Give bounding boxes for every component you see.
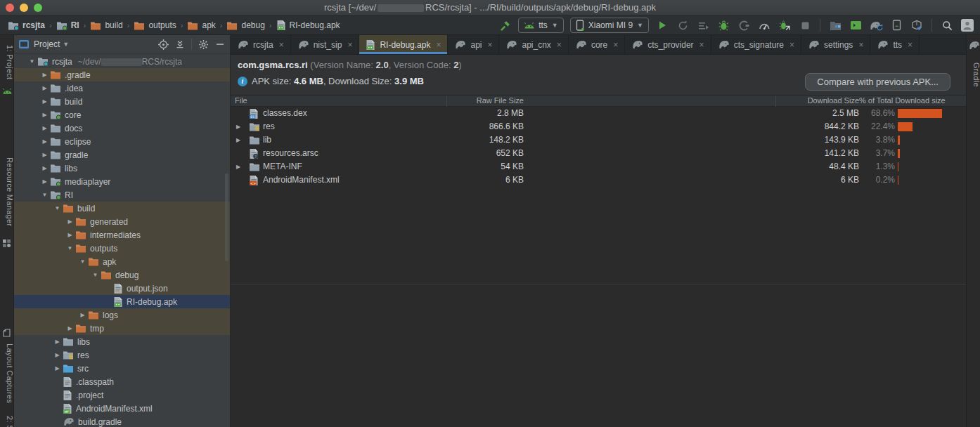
tab-nist-sip[interactable]: nist_sip× bbox=[291, 35, 360, 54]
tool-window-button-structure[interactable]: 2: Structure bbox=[0, 409, 14, 427]
profiler-icon[interactable] bbox=[737, 18, 751, 32]
tree-collapse-arrow-icon[interactable]: ▶ bbox=[39, 85, 50, 91]
breadcrumb-debug[interactable]: debug bbox=[224, 20, 266, 31]
apply-code-changes-icon[interactable] bbox=[696, 18, 710, 32]
tree-item-libs[interactable]: ▶libs bbox=[14, 162, 230, 175]
resource-manager-stripe-icon[interactable] bbox=[2, 239, 12, 249]
sync-gradle-icon[interactable] bbox=[869, 18, 883, 32]
avatar-icon[interactable] bbox=[960, 18, 974, 32]
tree-item-ri-debug-apk[interactable]: RI-debug.apk bbox=[14, 295, 230, 308]
apk-analyzer-pane-divider[interactable] bbox=[231, 284, 966, 284]
tree-collapse-arrow-icon[interactable]: ▶ bbox=[65, 325, 75, 331]
avd-manager-icon[interactable] bbox=[889, 18, 903, 32]
tree-item-outputs[interactable]: ▼outputs bbox=[14, 242, 230, 255]
tree-item-project[interactable]: .project bbox=[14, 388, 230, 402]
attach-debugger-icon[interactable] bbox=[778, 18, 792, 32]
tree-collapse-arrow-icon[interactable]: ▶ bbox=[39, 72, 50, 78]
tree-expand-arrow-icon[interactable]: ▼ bbox=[65, 245, 75, 251]
table-row-lib[interactable]: ▶lib148.2 KB143.9 KB3.8% bbox=[231, 133, 966, 147]
close-icon[interactable]: × bbox=[279, 40, 284, 50]
tree-item-tmp[interactable]: ▶tmp bbox=[14, 322, 230, 335]
stop-icon[interactable] bbox=[798, 18, 812, 32]
close-icon[interactable]: × bbox=[436, 40, 441, 50]
device-file-explorer-icon[interactable] bbox=[828, 18, 842, 32]
tree-item-apk[interactable]: ▼apk bbox=[14, 255, 230, 268]
tree-expand-arrow-icon[interactable]: ▼ bbox=[90, 272, 101, 278]
tree-item-classpath[interactable]: .classpath bbox=[14, 375, 230, 388]
tree-item-output-json[interactable]: {}output.json bbox=[14, 282, 230, 295]
tab-settings[interactable]: settings× bbox=[801, 35, 870, 54]
tree-item-rcsjta[interactable]: ▼rcsjta~/dev/RCS/rcsjta bbox=[14, 55, 230, 68]
breadcrumb-rcsjta[interactable]: rcsjta bbox=[6, 20, 47, 31]
tree-item-res[interactable]: ▶res bbox=[14, 348, 230, 362]
tree-expand-arrow-icon[interactable]: ▼ bbox=[52, 205, 63, 211]
tab-tts[interactable]: tts× bbox=[870, 35, 920, 54]
close-icon[interactable]: × bbox=[487, 40, 492, 50]
tree-item-libs[interactable]: ▶libs bbox=[14, 335, 230, 348]
tree-item-logs[interactable]: ▶logs bbox=[14, 308, 230, 322]
close-icon[interactable]: × bbox=[613, 40, 618, 50]
project-tree-scrollbar[interactable] bbox=[225, 173, 228, 261]
chevron-down-icon[interactable]: ▼ bbox=[63, 41, 69, 48]
tree-item-mediaplayer[interactable]: ▶mediaplayer bbox=[14, 175, 230, 188]
breadcrumb-apk[interactable]: apk bbox=[185, 20, 217, 31]
collapse-all-icon[interactable] bbox=[174, 39, 186, 50]
tree-expand-arrow-icon[interactable]: ▼ bbox=[27, 58, 37, 65]
breadcrumb-build[interactable]: build bbox=[88, 20, 124, 31]
run-icon[interactable] bbox=[655, 18, 669, 32]
column-header-download-size[interactable]: Download Size bbox=[231, 96, 859, 105]
tree-collapse-arrow-icon[interactable]: ▶ bbox=[39, 112, 50, 118]
tab-rcsjta[interactable]: rcsjta× bbox=[231, 35, 291, 54]
tree-collapse-arrow-icon[interactable]: ▶ bbox=[39, 178, 50, 185]
table-row-meta-inf[interactable]: ▶META-INF54 KB48.4 KB1.3% bbox=[231, 160, 966, 173]
tab-api-cnx[interactable]: api_cnx× bbox=[499, 35, 568, 54]
tree-collapse-arrow-icon[interactable]: ▶ bbox=[39, 165, 50, 171]
tree-item-core[interactable]: ▶core bbox=[14, 108, 230, 121]
tab-cts-signature[interactable]: cts_signature× bbox=[711, 35, 801, 54]
tree-item-eclipse[interactable]: ▶eclipse bbox=[14, 135, 230, 148]
close-icon[interactable]: × bbox=[347, 40, 352, 50]
close-icon[interactable]: × bbox=[699, 40, 704, 50]
breadcrumb-ri-debug-apk[interactable]: RI-debug.apk bbox=[274, 20, 342, 31]
tree-item-intermediates[interactable]: ▶intermediates bbox=[14, 228, 230, 242]
close-icon[interactable]: × bbox=[908, 40, 913, 50]
tree-collapse-arrow-icon[interactable]: ▶ bbox=[39, 152, 50, 158]
tree-item-generated[interactable]: ▶generated bbox=[14, 215, 230, 228]
profile-app-icon[interactable] bbox=[757, 18, 771, 32]
hide-panel-icon[interactable] bbox=[214, 39, 226, 50]
close-icon[interactable]: × bbox=[789, 40, 794, 50]
table-row-resources-arsc[interactable]: ?resources.arsc652 KB141.2 KB3.7% bbox=[231, 147, 966, 160]
sdk-manager-icon[interactable] bbox=[910, 18, 924, 32]
gradle-icon[interactable] bbox=[968, 41, 978, 51]
make-hammer-icon[interactable] bbox=[498, 18, 512, 32]
settings-gear-icon[interactable] bbox=[198, 39, 209, 50]
breadcrumb-outputs[interactable]: outputs bbox=[131, 20, 178, 31]
tree-item-gradle[interactable]: ▶gradle bbox=[14, 148, 230, 162]
tab-cts-provider[interactable]: cts_provider× bbox=[625, 35, 711, 54]
tab-api[interactable]: api× bbox=[448, 35, 499, 54]
project-stripe-icon[interactable] bbox=[2, 87, 12, 97]
layout-captures-stripe-icon[interactable] bbox=[2, 329, 12, 339]
tree-item-build[interactable]: ▼build bbox=[14, 202, 230, 215]
tree-collapse-arrow-icon[interactable]: ▶ bbox=[65, 218, 75, 225]
tree-collapse-arrow-icon[interactable]: ▶ bbox=[52, 339, 63, 345]
table-row-classes-dex[interactable]: 01classes.dex2.8 MB2.5 MB68.6% bbox=[231, 107, 966, 120]
table-row-res[interactable]: ▶res866.6 KB844.2 KB22.4% bbox=[231, 120, 966, 133]
tree-item-gradle[interactable]: ▶.gradle bbox=[14, 68, 230, 81]
close-icon[interactable]: × bbox=[858, 40, 863, 50]
tool-window-button-layout-captures[interactable]: Layout Captures bbox=[0, 341, 14, 406]
tree-item-docs[interactable]: ▶docs bbox=[14, 121, 230, 135]
tree-collapse-arrow-icon[interactable]: ▶ bbox=[52, 352, 63, 358]
logcat-icon[interactable] bbox=[849, 18, 863, 32]
tree-collapse-arrow-icon[interactable]: ▶ bbox=[52, 365, 63, 372]
compare-with-previous-apk-button[interactable]: Compare with previous APK... bbox=[805, 73, 950, 91]
tree-item-build[interactable]: ▶build bbox=[14, 95, 230, 108]
tree-collapse-arrow-icon[interactable]: ▶ bbox=[77, 312, 88, 318]
tree-item-src[interactable]: ▶src bbox=[14, 362, 230, 375]
tool-window-button-gradle[interactable]: Gradle bbox=[967, 53, 980, 96]
table-row-androidmanifest-xml[interactable]: <>AndroidManifest.xml6 KB6 KB0.2% bbox=[231, 173, 966, 187]
close-icon[interactable]: × bbox=[557, 40, 562, 50]
tree-item-ri[interactable]: ▼RI bbox=[14, 188, 230, 202]
tool-window-button-project[interactable]: 1: Project bbox=[0, 39, 14, 86]
search-everywhere-icon[interactable] bbox=[940, 18, 954, 32]
